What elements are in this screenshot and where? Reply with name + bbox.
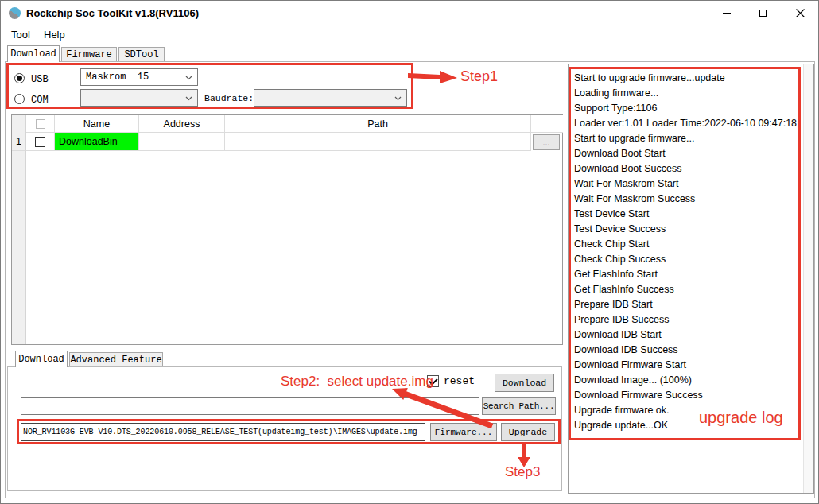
row-name-cell[interactable]: DownloadBin xyxy=(55,133,139,151)
menu-bar xyxy=(1,26,818,45)
row-path-cell[interactable] xyxy=(225,133,531,151)
column-header-address: Address xyxy=(139,115,225,133)
minimize-icon xyxy=(723,13,731,14)
firmware-path-input[interactable] xyxy=(21,423,425,441)
log-line: Prepare IDB Success xyxy=(574,312,800,328)
select-all-checkbox[interactable] xyxy=(36,119,45,129)
minimize-button[interactable] xyxy=(708,1,744,25)
close-icon xyxy=(796,9,805,17)
row-address-cell[interactable] xyxy=(139,133,225,151)
reset-checkbox-label: reset xyxy=(444,375,475,387)
usb-device-combobox[interactable]: Maskrom 15 xyxy=(80,68,198,86)
log-scrollbar[interactable] xyxy=(803,64,813,493)
row-checkbox-cell xyxy=(26,133,55,151)
usb-radio[interactable] xyxy=(14,73,25,83)
menu-item-tool[interactable]: Tool xyxy=(11,29,30,41)
com-radio-label: COM xyxy=(31,95,49,106)
chevron-down-icon xyxy=(185,96,192,101)
baudrate-combobox[interactable] xyxy=(254,89,407,107)
column-header-path: Path xyxy=(225,115,531,133)
file-table: Name Address Path 1 DownloadBin ... xyxy=(11,114,563,345)
log-line: Loading firmware... xyxy=(574,86,800,101)
tab-download-lower[interactable]: Download xyxy=(15,351,68,367)
log-line: Download Boot Success xyxy=(574,161,800,176)
log-line: Check Chip Success xyxy=(574,252,800,267)
close-button[interactable] xyxy=(782,1,818,25)
log-line: Download Firmware Success xyxy=(574,388,800,403)
log-line: Get FlashInfo Start xyxy=(574,267,800,282)
step3-label: Step3 xyxy=(505,464,540,480)
row-number: 1 xyxy=(12,133,26,151)
browse-path-button[interactable]: ... xyxy=(533,134,560,150)
log-line: Test Device Start xyxy=(574,207,800,222)
log-line: Support Type:1106 xyxy=(574,101,800,116)
firmware-button[interactable]: Firmware... xyxy=(430,423,497,441)
download-button[interactable]: Download xyxy=(495,374,554,392)
baudrate-label: Baudrate: xyxy=(204,93,254,103)
app-icon xyxy=(9,7,21,19)
com-port-combobox[interactable] xyxy=(80,89,198,107)
log-line: Download IDB Success xyxy=(574,343,800,358)
log-line: Loader ver:1.01 Loader Time:2022-06-10 0… xyxy=(574,116,800,131)
title-bar: Rockchip Soc ToolKit v1.8(RV1106) xyxy=(1,1,818,26)
chevron-down-icon xyxy=(394,96,402,101)
log-line: Download Firmware Start xyxy=(574,358,800,373)
app-window: Rockchip Soc ToolKit v1.8(RV1106) Tool H… xyxy=(0,0,819,504)
column-header-spacer xyxy=(531,115,563,133)
step1-label: Step1 xyxy=(460,68,498,85)
log-line: Wait For Maskrom Start xyxy=(574,176,800,192)
tab-firmware[interactable]: Firmware xyxy=(61,47,117,62)
log-line: Check Chip Start xyxy=(574,237,800,252)
log-line: Wait For Maskrom Success xyxy=(574,192,800,207)
step2-label: Step2: select update.img xyxy=(281,374,433,390)
search-path-input[interactable] xyxy=(21,397,479,415)
column-header-name: Name xyxy=(55,115,139,133)
log-line: Start to upgrade firmware...update xyxy=(574,71,800,86)
log-line: Start to upgrade firmware... xyxy=(574,131,800,146)
usb-device-value: Maskrom 15 xyxy=(86,72,149,83)
maximize-button[interactable] xyxy=(745,1,781,25)
row-checkbox[interactable] xyxy=(35,137,45,147)
chevron-down-icon xyxy=(185,76,192,80)
com-radio[interactable] xyxy=(14,94,25,104)
upgrade-button[interactable]: Upgrade xyxy=(501,423,555,441)
upgrade-log-label: upgrade log xyxy=(699,409,783,427)
menu-item-help[interactable]: Help xyxy=(44,29,65,41)
usb-radio-label: USB xyxy=(31,74,49,85)
maximize-icon xyxy=(759,10,767,17)
tab-sdtool[interactable]: SDTool xyxy=(118,47,165,62)
log-line: Download IDB Start xyxy=(574,328,800,343)
log-line: Get FlashInfo Success xyxy=(574,282,800,297)
log-line: Test Device Success xyxy=(574,222,800,237)
upgrade-log-lines: Start to upgrade firmware...updateLoadin… xyxy=(574,71,800,433)
log-line: Download Image... (100%) xyxy=(574,373,800,388)
window-title: Rockchip Soc ToolKit v1.8(RV1106) xyxy=(26,1,199,26)
log-line: Prepare IDB Start xyxy=(574,297,800,312)
tab-download[interactable]: Download xyxy=(7,45,60,62)
log-line: Download Boot Start xyxy=(574,146,800,161)
search-path-button[interactable]: Search Path... xyxy=(482,397,556,415)
select-all-checkbox-cell xyxy=(26,115,55,133)
